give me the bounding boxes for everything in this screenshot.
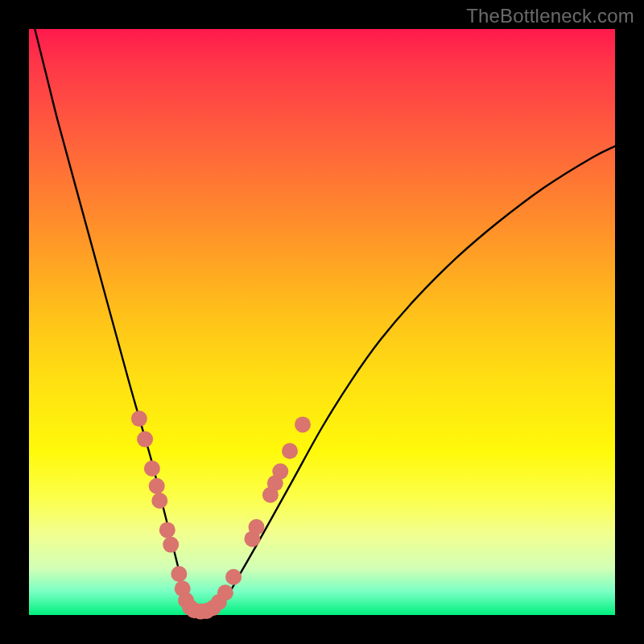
marker-dot bbox=[171, 566, 187, 582]
marker-dot bbox=[137, 431, 153, 448]
marker-dot bbox=[295, 416, 311, 432]
marker-dot bbox=[249, 519, 265, 535]
marker-dot bbox=[272, 464, 288, 480]
bottleneck-curve bbox=[35, 29, 615, 615]
marker-dot bbox=[225, 569, 242, 585]
marker-dot bbox=[163, 537, 179, 553]
marker-dot bbox=[282, 443, 298, 459]
plot-area bbox=[29, 29, 615, 615]
curve-layer bbox=[29, 29, 615, 615]
marker-dot bbox=[131, 411, 147, 427]
marker-dot bbox=[149, 478, 165, 494]
chart-container: TheBottleneck.com bbox=[0, 0, 644, 644]
marker-dot bbox=[151, 493, 167, 509]
marker-dot bbox=[159, 522, 175, 538]
marker-dot bbox=[144, 460, 160, 477]
watermark-text: TheBottleneck.com bbox=[466, 5, 634, 27]
marker-group bbox=[131, 411, 311, 619]
marker-dot bbox=[217, 584, 233, 601]
